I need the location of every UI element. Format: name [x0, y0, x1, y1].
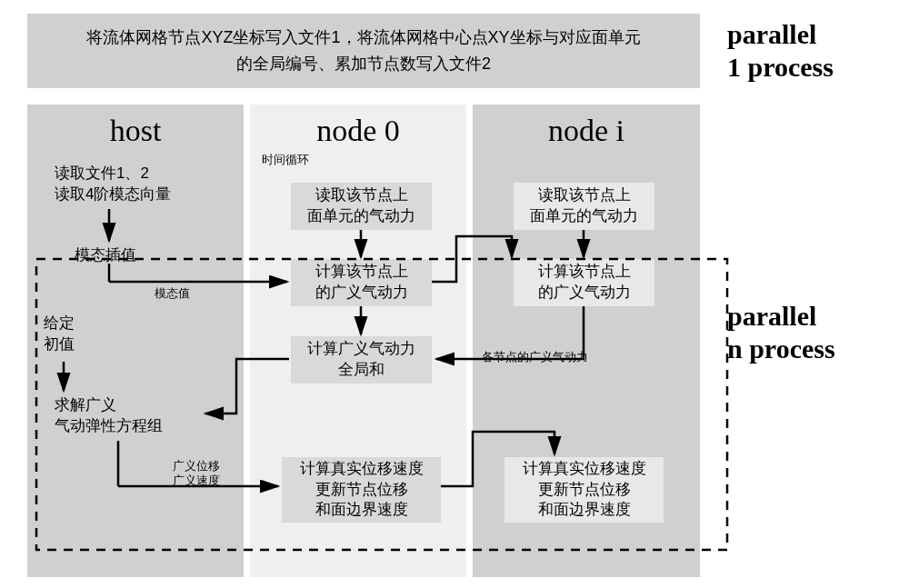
top-banner: 将流体网格节点XYZ坐标写入文件1，将流体网格中心点XY坐标与对应面单元的全局编…: [27, 14, 700, 88]
label-gen-disp-vel: 广义位移 广义速度: [173, 459, 220, 487]
nodei-update-disp: 计算真实位移速度 更新节点位移 和面边界速度: [504, 457, 664, 523]
label-time-loop: 时间循环: [262, 153, 309, 167]
label-gen-aero-nodes: 各节点的广义气动力: [482, 350, 588, 364]
nodei-calc-gen-aero: 计算该节点上 的广义气动力: [514, 259, 654, 306]
host-modal-interp: 模态插值: [75, 245, 136, 266]
node0-update-disp: 计算真实位移速度 更新节点位移 和面边界速度: [282, 457, 441, 523]
side-parallel-n: parallel n process: [727, 300, 835, 365]
host-solve-eqs: 求解广义 气动弹性方程组: [55, 395, 163, 437]
host-read-files: 读取文件1、2 读取4阶模态向量: [55, 164, 218, 205]
node0-sum-gen-aero: 计算广义气动力 全局和: [291, 336, 432, 384]
host-initial-value: 给定 初值: [44, 314, 75, 355]
nodei-read-aero: 读取该节点上 面单元的气动力: [514, 183, 654, 230]
side-parallel-1: parallel 1 process: [727, 18, 834, 84]
top-banner-text: 将流体网格节点XYZ坐标写入文件1，将流体网格中心点XY坐标与对应面单元的全局编…: [82, 25, 645, 77]
col-nodei-title: node i: [473, 105, 700, 148]
col-host-title: host: [27, 105, 244, 148]
col-node0-title: node 0: [250, 105, 466, 148]
node0-calc-gen-aero: 计算该节点上 的广义气动力: [291, 259, 432, 306]
diagram-canvas: 将流体网格节点XYZ坐标写入文件1，将流体网格中心点XY坐标与对应面单元的全局编…: [27, 14, 709, 577]
label-modal-value: 模态值: [155, 286, 190, 301]
node0-read-aero: 读取该节点上 面单元的气动力: [291, 183, 432, 230]
